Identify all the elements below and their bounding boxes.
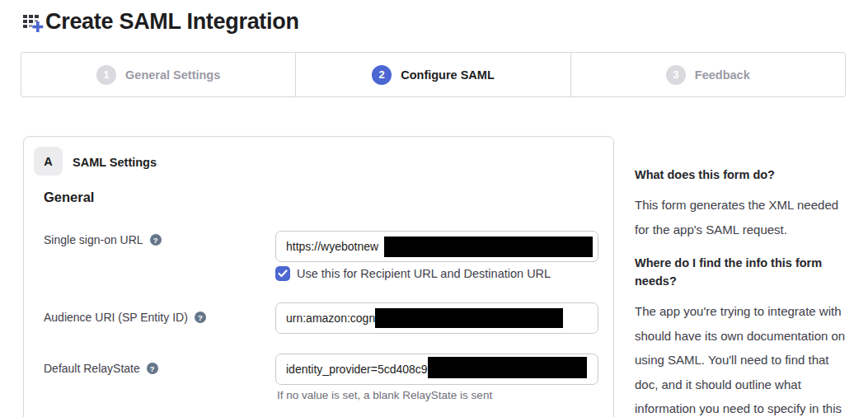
step-number-badge: 1 — [96, 65, 116, 85]
step-number-badge: 2 — [372, 65, 392, 85]
page-header: Create SAML Integration — [22, 9, 299, 35]
sidebar-body-where: The app you're trying to integrate with … — [635, 299, 854, 417]
step-label: Configure SAML — [401, 68, 495, 82]
recipient-url-checkbox-label[interactable]: Use this for Recipient URL and Destinati… — [297, 267, 551, 280]
sso-url-label: Single sign-on URL ? — [44, 233, 162, 246]
general-section-heading: General — [44, 190, 94, 205]
add-app-grid-icon — [22, 10, 45, 35]
default-relaystate-label: Default RelayState ? — [44, 362, 158, 375]
sidebar-body-what: This form generates the XML needed for t… — [635, 193, 854, 241]
panel-title: SAML Settings — [73, 156, 157, 169]
step-wizard: 1 General Settings 2 Configure SAML 3 Fe… — [21, 52, 846, 97]
saml-settings-panel: A SAML Settings General Single sign-on U… — [23, 136, 614, 417]
sidebar-heading-where: Where do I find the info this form needs… — [635, 254, 854, 290]
sidebar-heading-what: What does this form do? — [635, 166, 854, 184]
section-a-badge: A — [34, 147, 63, 176]
checkmark-icon — [278, 269, 288, 278]
redaction-bar — [375, 308, 563, 328]
wizard-step-general-settings[interactable]: 1 General Settings — [21, 53, 295, 96]
help-icon[interactable]: ? — [147, 363, 158, 374]
audience-uri-label-text: Audience URI (SP Entity ID) — [44, 311, 188, 324]
step-number-badge: 3 — [666, 65, 686, 85]
relaystate-helper-text: If no value is set, a blank RelayState i… — [277, 389, 492, 401]
redaction-bar — [384, 237, 593, 257]
sso-url-label-text: Single sign-on URL — [44, 233, 143, 246]
help-icon[interactable]: ? — [195, 312, 206, 323]
create-saml-integration-page: Create SAML Integration 1 General Settin… — [0, 0, 868, 417]
help-icon[interactable]: ? — [150, 234, 162, 246]
default-relaystate-label-text: Default RelayState — [44, 362, 140, 375]
step-label: Feedback — [695, 68, 750, 82]
wizard-step-feedback[interactable]: 3 Feedback — [570, 53, 845, 96]
step-label: General Settings — [125, 68, 220, 82]
help-sidebar: What does this form do? This form genera… — [635, 166, 854, 417]
audience-uri-label: Audience URI (SP Entity ID) ? — [44, 311, 206, 324]
page-title: Create SAML Integration — [45, 9, 299, 35]
recipient-url-checkbox[interactable] — [275, 266, 290, 281]
redaction-bar — [428, 357, 587, 378]
wizard-step-configure-saml[interactable]: 2 Configure SAML — [295, 53, 570, 96]
